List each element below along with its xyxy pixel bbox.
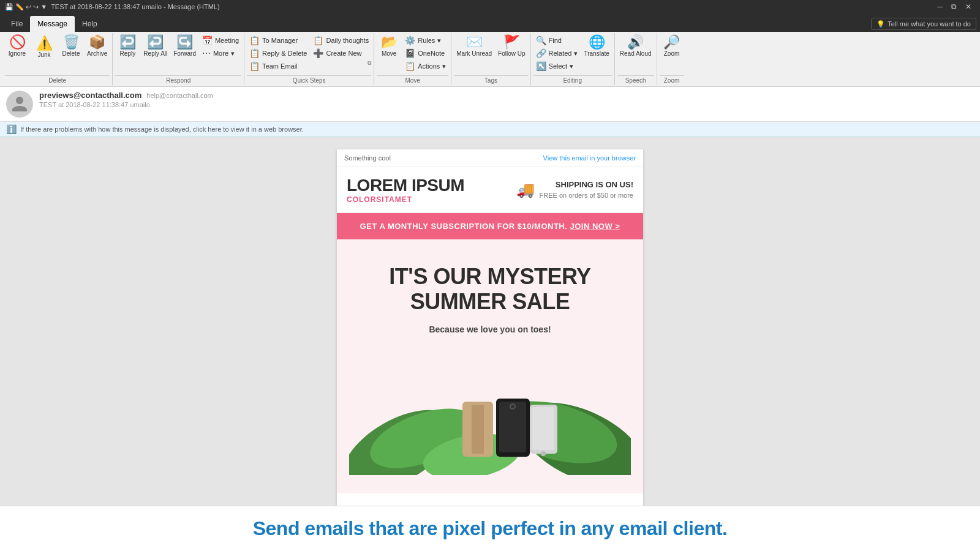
select-icon: ↖️ — [536, 61, 546, 71]
ignore-button[interactable]: 🚫 Ignore — [5, 34, 29, 58]
info-bar-text: If there are problems with how this mess… — [20, 126, 304, 133]
archive-button[interactable]: 📦 Archive — [85, 34, 110, 58]
find-button[interactable]: 🔍 Find — [533, 34, 581, 47]
follow-up-button[interactable]: 🚩 Follow Up — [496, 34, 527, 58]
translate-label: Translate — [584, 50, 609, 57]
team-email-button[interactable]: 📋 Team Email — [247, 60, 309, 72]
related-button[interactable]: 🔗 Related ▾ — [533, 47, 581, 59]
sale-headline: IT'S OUR MYSTERY SUMMER SALE — [349, 264, 631, 315]
quick-steps-content: 📋 To Manager 📋 Reply & Delete 📋 Team Ema… — [247, 34, 371, 75]
ribbon-group-quick-steps: 📋 To Manager 📋 Reply & Delete 📋 Team Ema… — [244, 33, 374, 85]
more-chevron-icon: ▾ — [231, 50, 235, 58]
zoom-group-label: Zoom — [660, 75, 684, 84]
mark-unread-button[interactable]: ✉️ Mark Unread — [454, 34, 494, 58]
delete-group-content: 🚫 Ignore ⚠️ Junk 🗑️ Delete � — [5, 34, 110, 75]
minimize-button[interactable]: ─ — [933, 0, 946, 13]
read-aloud-label: Read Aloud — [620, 50, 652, 57]
delete-button[interactable]: 🗑️ Delete — [59, 34, 83, 58]
quick-steps-expand[interactable]: ⧉ — [368, 60, 371, 67]
tab-file[interactable]: File — [4, 16, 30, 32]
zoom-label: Zoom — [664, 50, 680, 57]
reply-button[interactable]: ↩️ Reply — [115, 34, 140, 58]
app-window: 💾 ✏️ ↩ ↪ ▼ TEST at 2018-08-22 11:38:47 u… — [0, 0, 980, 551]
junk-button[interactable]: ⚠️ Junk — [32, 36, 56, 59]
rules-button[interactable]: ⚙️ Rules ▾ — [402, 34, 448, 47]
onenote-button[interactable]: 📓 OneNote — [402, 47, 448, 59]
promo-banner[interactable]: GET A MONTHLY SUBSCRIPTION FOR $10/MONTH… — [337, 213, 643, 239]
tell-me-input[interactable]: 💡 Tell me what you want to do — [871, 18, 976, 30]
message-date: TEST at 2018-08-22 11:38:47 umailo — [39, 101, 974, 108]
reply-all-icon: ↩️ — [147, 36, 164, 49]
meeting-button[interactable]: 📅 Meeting — [200, 34, 241, 47]
reply-all-label: Reply All — [143, 50, 167, 57]
view-in-browser-link[interactable]: View this email in your browser — [543, 154, 636, 162]
reply-label: Reply — [120, 50, 136, 57]
zoom-button[interactable]: 🔎 Zoom — [660, 34, 684, 58]
junk-ignore-row: ⚠️ Junk — [32, 36, 56, 59]
onenote-icon: 📓 — [405, 48, 415, 58]
message-meta: previews@contacthall.com help@contacthal… — [39, 91, 974, 108]
rules-icon: ⚙️ — [405, 36, 415, 45]
speech-group-content: 🔊 Read Aloud — [617, 34, 654, 75]
ribbon-group-editing: 🔍 Find 🔗 Related ▾ ↖️ Select ▾ — [531, 33, 615, 85]
more-icon: ⋯ — [202, 48, 211, 58]
email-preheader: Something cool View this email in your b… — [337, 149, 643, 167]
reply-all-button[interactable]: ↩️ Reply All — [141, 34, 170, 58]
read-aloud-button[interactable]: 🔊 Read Aloud — [617, 34, 654, 58]
svg-point-10 — [511, 405, 514, 408]
restore-button[interactable]: ⧉ — [948, 0, 960, 13]
tab-help[interactable]: Help — [75, 16, 105, 32]
actions-label: Actions — [418, 62, 440, 70]
email-brand-header: LOREM IPSUM COLORSITAMET 🚚 SHIPPING IS O… — [337, 167, 643, 213]
ignore-label: Ignore — [9, 50, 26, 57]
editing-group-content: 🔍 Find 🔗 Related ▾ ↖️ Select ▾ — [533, 34, 612, 75]
team-email-label: Team Email — [262, 62, 297, 70]
move-button[interactable]: 📂 Move — [377, 34, 401, 58]
onenote-label: OneNote — [418, 50, 445, 57]
mark-unread-label: Mark Unread — [456, 50, 492, 57]
svg-rect-6 — [472, 405, 484, 454]
select-button[interactable]: ↖️ Select ▾ — [533, 60, 581, 72]
delete-icon: 🗑️ — [63, 36, 80, 49]
rules-label: Rules — [418, 37, 435, 44]
mark-unread-icon: ✉️ — [466, 36, 483, 49]
translate-button[interactable]: 🌐 Translate — [581, 34, 611, 58]
archive-label: Archive — [87, 50, 107, 57]
email-container: Something cool View this email in your b… — [0, 137, 980, 506]
reply-delete-button[interactable]: 📋 Reply & Delete — [247, 47, 309, 59]
actions-button[interactable]: 📋 Actions ▾ — [402, 60, 448, 72]
tab-message[interactable]: Message — [30, 16, 75, 32]
to-manager-button[interactable]: 📋 To Manager — [247, 34, 309, 47]
forward-label: Forward — [173, 50, 196, 57]
title-bar-controls: ─ ⧉ ✕ — [933, 0, 975, 13]
forward-button[interactable]: ↪️ Forward — [171, 34, 198, 58]
create-new-button[interactable]: ➕ Create New — [311, 47, 371, 59]
move-icon: 📂 — [381, 36, 398, 49]
ribbon-group-tags: ✉️ Mark Unread 🚩 Follow Up Tags — [451, 33, 530, 85]
person-icon — [10, 95, 29, 113]
sender-email: help@contacthall.com — [146, 92, 213, 99]
product-image-area — [349, 353, 631, 475]
create-new-label: Create New — [326, 50, 361, 57]
info-icon: ℹ️ — [6, 124, 17, 134]
more-label: More — [213, 50, 228, 57]
more-button[interactable]: ⋯ More ▾ — [200, 47, 241, 59]
ribbon-group-delete: 🚫 Ignore ⚠️ Junk 🗑️ Delete � — [2, 33, 113, 85]
ribbon-group-respond: ↩️ Reply ↩️ Reply All ↪️ Forward 📅 Meeti… — [113, 33, 244, 85]
tell-me-label: Tell me what you want to do — [888, 20, 971, 28]
promo-cta[interactable]: JOIN NOW > — [570, 222, 620, 231]
quick-steps-column: 📋 To Manager 📋 Reply & Delete 📋 Team Ema… — [247, 34, 309, 72]
bottom-banner: Send emails that are pixel perfect in an… — [0, 506, 980, 551]
archive-icon: 📦 — [89, 36, 105, 49]
title-bar-icon: 💾 ✏️ ↩ ↪ ▼ — [5, 3, 47, 11]
promo-text: GET A MONTHLY SUBSCRIPTION FOR $10/MONTH… — [360, 222, 568, 231]
close-button[interactable]: ✕ — [962, 0, 975, 13]
follow-up-label: Follow Up — [498, 50, 525, 57]
related-icon: 🔗 — [536, 48, 546, 58]
editing-group-label: Editing — [533, 75, 612, 84]
info-bar[interactable]: ℹ️ If there are problems with how this m… — [0, 122, 980, 137]
find-column: 🔍 Find 🔗 Related ▾ ↖️ Select ▾ — [533, 34, 581, 72]
ignore-icon: 🚫 — [9, 36, 26, 49]
daily-thoughts-button[interactable]: 📋 Daily thoughts — [311, 34, 371, 47]
sale-subtext: Because we love you on toes! — [349, 324, 631, 334]
